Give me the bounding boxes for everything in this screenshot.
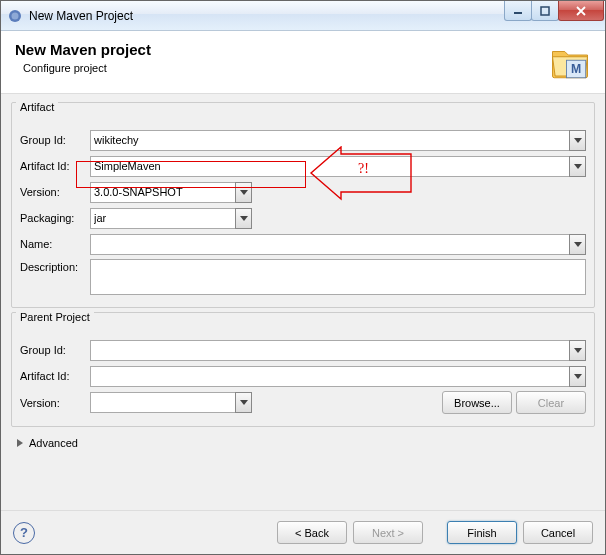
- svg-rect-2: [514, 12, 522, 14]
- packaging-input[interactable]: [90, 208, 235, 229]
- parent-group-title: Parent Project: [16, 311, 94, 323]
- back-button[interactable]: < Back: [277, 521, 347, 544]
- parent-group-id-input[interactable]: [90, 340, 569, 361]
- name-dropdown-button[interactable]: [569, 234, 586, 255]
- maximize-button[interactable]: [531, 1, 559, 21]
- maven-folder-icon: M: [549, 41, 591, 83]
- parent-group-id-combo[interactable]: [90, 340, 586, 361]
- artifact-id-combo[interactable]: [90, 156, 586, 177]
- advanced-toggle[interactable]: Advanced: [11, 431, 595, 455]
- parent-version-dropdown-button[interactable]: [235, 392, 252, 413]
- parent-group-id-label: Group Id:: [20, 344, 90, 356]
- group-id-input[interactable]: [90, 130, 569, 151]
- description-label: Description:: [20, 259, 90, 273]
- svg-point-1: [12, 12, 19, 19]
- name-label: Name:: [20, 238, 90, 250]
- page-title: New Maven project: [15, 41, 151, 58]
- clear-button[interactable]: Clear: [516, 391, 586, 414]
- app-icon: [7, 8, 23, 24]
- window-frame: New Maven Project New Maven project Conf…: [0, 0, 606, 555]
- finish-button[interactable]: Finish: [447, 521, 517, 544]
- browse-button[interactable]: Browse...: [442, 391, 512, 414]
- parent-artifact-id-input[interactable]: [90, 366, 569, 387]
- advanced-label: Advanced: [29, 437, 78, 449]
- artifact-group: Artifact Group Id: Artifact Id: Version:: [11, 102, 595, 308]
- artifact-id-dropdown-button[interactable]: [569, 156, 586, 177]
- parent-project-group: Parent Project Group Id: Artifact Id: Ve…: [11, 312, 595, 427]
- wizard-header: New Maven project Configure project M: [1, 31, 605, 94]
- group-id-label: Group Id:: [20, 134, 90, 146]
- parent-version-input[interactable]: [90, 392, 235, 413]
- next-button[interactable]: Next >: [353, 521, 423, 544]
- packaging-label: Packaging:: [20, 212, 90, 224]
- version-combo[interactable]: [90, 182, 252, 203]
- group-id-dropdown-button[interactable]: [569, 130, 586, 151]
- parent-artifact-id-dropdown-button[interactable]: [569, 366, 586, 387]
- version-label: Version:: [20, 186, 90, 198]
- artifact-group-title: Artifact: [16, 101, 58, 113]
- svg-text:M: M: [571, 62, 581, 76]
- artifact-id-label: Artifact Id:: [20, 160, 90, 172]
- window-title: New Maven Project: [29, 9, 505, 23]
- svg-rect-3: [541, 7, 549, 15]
- help-icon[interactable]: ?: [13, 522, 35, 544]
- wizard-footer: ? < Back Next > Finish Cancel: [1, 510, 605, 554]
- parent-version-label: Version:: [20, 397, 90, 409]
- name-input[interactable]: [90, 234, 569, 255]
- cancel-button[interactable]: Cancel: [523, 521, 593, 544]
- parent-artifact-id-label: Artifact Id:: [20, 370, 90, 382]
- wizard-body: Wikitechy .com Artifact Group Id: Artifa…: [1, 94, 605, 510]
- description-textarea[interactable]: [90, 259, 586, 295]
- version-input[interactable]: [90, 182, 235, 203]
- parent-artifact-id-combo[interactable]: [90, 366, 586, 387]
- page-subtitle: Configure project: [23, 62, 151, 74]
- group-id-combo[interactable]: [90, 130, 586, 151]
- minimize-button[interactable]: [504, 1, 532, 21]
- parent-group-id-dropdown-button[interactable]: [569, 340, 586, 361]
- parent-version-combo[interactable]: [90, 392, 252, 413]
- version-dropdown-button[interactable]: [235, 182, 252, 203]
- close-button[interactable]: [558, 1, 604, 21]
- artifact-id-input[interactable]: [90, 156, 569, 177]
- packaging-combo[interactable]: [90, 208, 252, 229]
- name-combo[interactable]: [90, 234, 586, 255]
- packaging-dropdown-button[interactable]: [235, 208, 252, 229]
- title-bar[interactable]: New Maven Project: [1, 1, 605, 31]
